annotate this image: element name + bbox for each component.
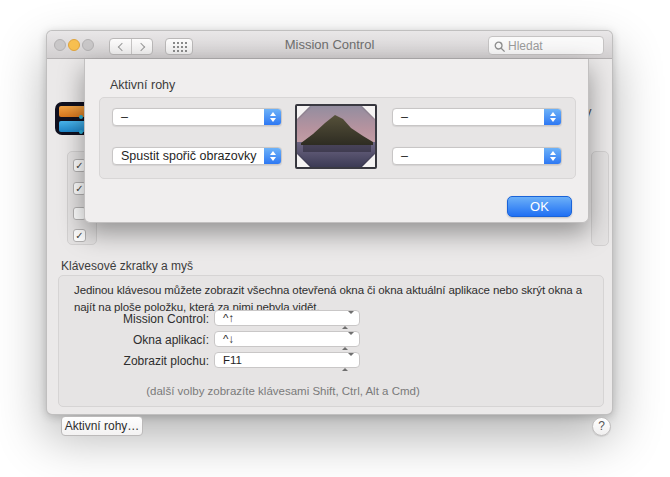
search-input[interactable]: [508, 37, 600, 54]
mission-control-shortcut-value: ^↑: [223, 312, 234, 324]
stepper-icon: [544, 109, 561, 125]
shortcuts-groupbox: Jedinou klávesou můžete zobrazit všechna…: [58, 275, 604, 407]
show-desktop-shortcut-label: Zobrazit plochu:: [61, 354, 209, 368]
desktop-preview-thumbnail: [295, 104, 377, 169]
checkbox-4[interactable]: ✓: [73, 229, 86, 242]
sheet-title: Aktivní rohy: [110, 78, 175, 92]
shortcuts-section-title: Klávesové zkratky a myš: [61, 259, 193, 273]
hot-corner-indicator-top-left: [297, 106, 310, 119]
stepper-icon: [342, 334, 354, 348]
modifier-keys-note: (další volby zobrazíte klávesami Shift, …: [73, 385, 493, 397]
help-button[interactable]: ?: [592, 417, 611, 436]
show-desktop-shortcut-value: F11: [223, 354, 242, 366]
top-right-corner-value: –: [401, 110, 408, 124]
app-windows-shortcut-value: ^↓: [223, 333, 234, 345]
right-groupbox-partial: [591, 151, 609, 246]
titlebar: Mission Control: [47, 31, 612, 59]
hot-corner-indicator-bottom-left: [297, 154, 310, 167]
mission-control-icon: [55, 102, 85, 135]
app-windows-shortcut-popup[interactable]: ^↓: [214, 331, 360, 347]
bottom-left-corner-popup[interactable]: Spustit spořič obrazovky: [112, 147, 282, 165]
bottom-right-corner-popup[interactable]: –: [392, 147, 562, 165]
mission-control-shortcut-popup[interactable]: ^↑: [214, 310, 360, 326]
ok-button[interactable]: OK: [507, 196, 572, 217]
top-right-corner-popup[interactable]: –: [392, 108, 562, 126]
bottom-right-corner-value: –: [401, 149, 408, 163]
stepper-icon: [544, 148, 561, 164]
search-icon: [494, 41, 506, 53]
stepper-icon: [342, 355, 354, 369]
hot-corners-button[interactable]: Aktivní rohy…: [61, 416, 143, 436]
hot-corner-indicator-top-right: [362, 106, 375, 119]
stepper-icon: [264, 148, 281, 164]
app-windows-shortcut-label: Okna aplikací:: [61, 333, 209, 347]
hot-corners-sheet: Aktivní rohy – Spustit spořič obrazovky …: [84, 59, 589, 223]
hot-corner-indicator-bottom-right: [362, 154, 375, 167]
stepper-icon: [342, 313, 354, 327]
top-left-corner-value: –: [121, 110, 128, 124]
mission-control-shortcut-label: Mission Control:: [61, 312, 209, 326]
search-field[interactable]: [488, 36, 604, 55]
bottom-left-corner-value: Spustit spořič obrazovky: [121, 149, 256, 163]
show-desktop-shortcut-popup[interactable]: F11: [214, 352, 360, 368]
stepper-icon: [264, 109, 281, 125]
top-left-corner-popup[interactable]: –: [112, 108, 282, 126]
mission-control-preferences-window: Mission Control ✓ ✓ ✓ y Klávesové zkratk…: [46, 30, 613, 415]
